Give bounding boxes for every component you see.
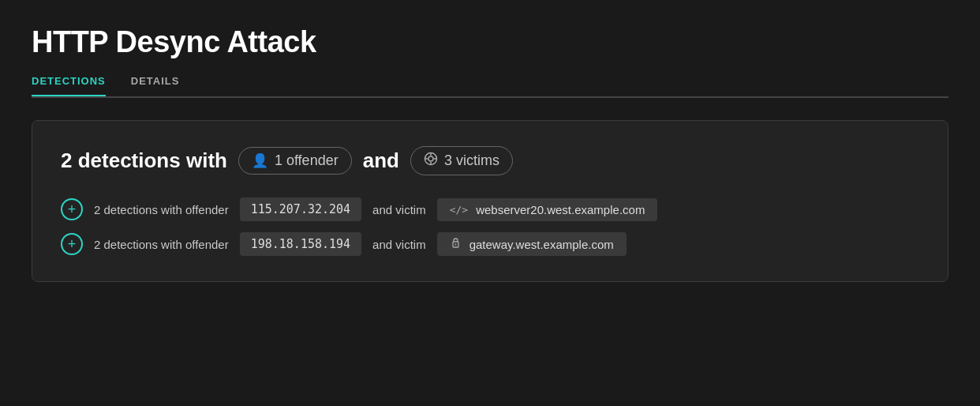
- victim-label-1: webserver20.west.example.com: [476, 203, 645, 216]
- and-victim-2: and victim: [372, 238, 426, 251]
- svg-point-7: [454, 244, 456, 246]
- page-title: HTTP Desync Attack: [32, 25, 948, 59]
- ip-badge-1: 115.207.32.204: [240, 197, 361, 221]
- server-icon-1: </>: [450, 204, 468, 216]
- detection-label-2: 2 detections with offender: [94, 238, 229, 251]
- detection-list: + 2 detections with offender 115.207.32.…: [61, 197, 919, 256]
- table-row: + 2 detections with offender 198.18.158.…: [61, 232, 919, 256]
- detections-card: 2 detections with 👤 1 offender and 3 vic…: [32, 120, 948, 282]
- summary-prefix: 2 detections with: [61, 148, 227, 173]
- and-text: and: [363, 148, 399, 173]
- expand-icon-2[interactable]: +: [61, 233, 83, 255]
- tab-bar: DETECTIONS DETAILS: [32, 75, 948, 97]
- summary-row: 2 detections with 👤 1 offender and 3 vic…: [61, 146, 919, 175]
- offender-badge[interactable]: 👤 1 offender: [238, 147, 352, 175]
- table-row: + 2 detections with offender 115.207.32.…: [61, 197, 919, 221]
- divider: [32, 97, 948, 98]
- tab-detections[interactable]: DETECTIONS: [32, 75, 106, 96]
- expand-icon-1[interactable]: +: [61, 198, 83, 220]
- victims-badge[interactable]: 3 victims: [410, 146, 513, 175]
- victim-badge-1: </> webserver20.west.example.com: [437, 198, 658, 221]
- and-victim-1: and victim: [372, 203, 426, 216]
- victims-badge-label: 3 victims: [444, 152, 499, 169]
- offender-icon: 👤: [252, 152, 268, 169]
- victim-label-2: gateway.west.example.com: [469, 238, 614, 251]
- svg-point-1: [428, 156, 433, 161]
- ip-badge-2: 198.18.158.194: [240, 232, 361, 256]
- victim-badge-2: gateway.west.example.com: [437, 232, 627, 256]
- detection-label-1: 2 detections with offender: [94, 203, 229, 216]
- tab-details[interactable]: DETAILS: [131, 75, 180, 96]
- victims-icon: [424, 152, 438, 170]
- gateway-icon-2: [450, 237, 462, 251]
- offender-badge-label: 1 offender: [275, 152, 339, 169]
